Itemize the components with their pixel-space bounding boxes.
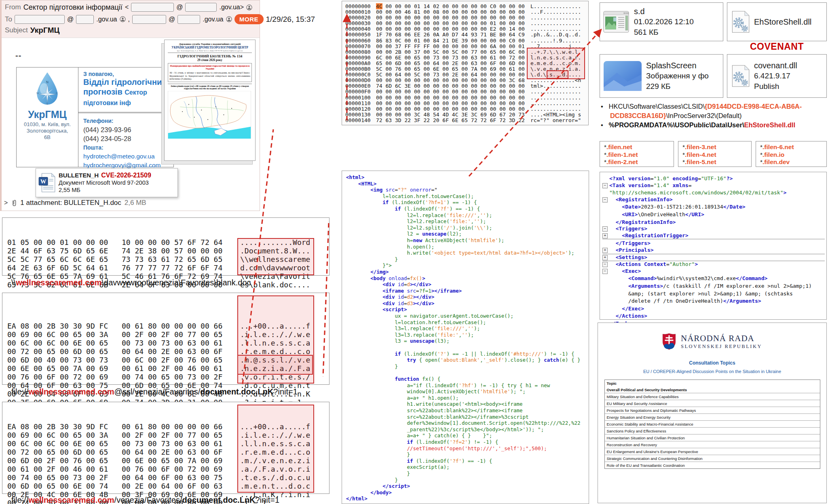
phone-2: (044) 234-05-28 [83,134,169,143]
preview-paragraph: 30 - 31 січня, у зв'язку з хуртовиною та… [169,71,250,80]
contact-person-icon [226,16,232,22]
file-card-splashscreen-text: SplashScreenЗображення у фо229 КБ [646,60,709,92]
file-url-caption-ssl: file://wellnesscaremed.com@ssl/venezia/F… [11,387,298,396]
email-from-row: From Сектор підготовки інформації < @ .g… [5,3,252,12]
contact-person-icon [120,16,126,22]
ukraine-map [168,91,251,139]
preview-title: ГІДРОЛОГІЧНИЙ БЮЛЕТЕНЬ № 134 [168,54,252,58]
lnk-url-hex-block[interactable]: EA 08 00 2B 30 30 9D FC00 61 80 00 00 00… [2,402,330,494]
attachment-bar-text[interactable]: 1 attachment: BULLETEN_H.doc [20,199,121,207]
file-card-sd-text: s.d01.02.2026 12:10561 КБ [634,6,694,38]
doc-title-line1: NÁRODNÁ RADA [681,333,762,344]
phones-label: Телефони: [83,116,169,125]
email-link-1[interactable]: hydrotech@meteo.gov.ua [83,152,169,161]
expand-chevron-icon[interactable]: > [4,199,8,207]
decoded-html-code-panel[interactable]: <html> <HTML> <img src="?" onerror=" l=l… [342,171,589,504]
attachment-name: BULLETEN_H [59,172,99,179]
attachment-size: 2,55 МБ [59,186,151,194]
signature-logo-cell: N W E S УкрГМЦ 01030, м. Київ, вул.Золот… [17,67,78,167]
covenant-label: COVENANT [727,41,827,52]
email-to-row: To @ .gov.ua , @ .gov.ua MORE 1/29/26, 1… [5,14,315,24]
file-card-sd[interactable]: s.d01.02.2026 12:10561 КБ [600,2,723,41]
contact-person-icon [246,4,252,11]
org-address: 01030, м. Київ, вул.Золотоворітська,6В [24,121,71,141]
document-header: NÁRODNÁ RADA SLOVENSKEJ REPUBLIKY [598,333,826,350]
file-card-splashscreen[interactable]: SplashScreenЗображення у фо229 КБ [600,54,723,98]
signature-contact-box: Телефони: (044) 239-93-96 (044) 234-05-2… [78,113,173,172]
more-recipients-button[interactable]: MORE [234,14,264,24]
email-subject-row: Subject УкрГМЦ [5,26,59,35]
greeting: З повагою, [83,71,169,77]
doc-title-line2: SLOVENSKEJ REPUBLIKY [681,344,762,350]
splash-image-icon [603,61,642,91]
from-name: Сектор підготовки інформації [23,3,123,12]
file-card-ehstoreshell-text: EhStoreShell.dll [754,17,811,27]
persistence-ioc-list: • HKCU\Software\Classes\CLSID\{D9144DCD-… [601,102,827,130]
svg-text:W: W [36,92,39,95]
preview-warning-box: Попередження про найнебезпечніші гідроло… [168,63,252,82]
redacted-to-user-2 [132,15,166,24]
attachment-tooltip: W BULLETEN_HCVE-2026-21509 Документ Micr… [36,168,178,197]
water-drop-logo: N W E S [34,72,61,107]
dll-gears-icon [731,65,750,87]
from-label: From [5,3,21,11]
file-card-covenant-dll[interactable]: covenant.dll6.421.9.17Publish [727,54,827,98]
file-card-ehstoreshell[interactable]: EhStoreShell.dll [727,2,827,41]
unc-path-caption: \\wellnesscaremed.com\davwwwroot\venezia… [11,278,251,287]
redacted-to-user-1 [15,15,65,24]
oleobject-hex-block[interactable]: 01 05 00 00 01 00 00 0010 00 00 00 57 6F… [2,217,330,276]
preview-map-caption: Зміна рівнів води (см) з 08 години 28 сі… [168,84,252,90]
at-sign: @ [169,16,175,23]
at-sign: @ [67,16,74,23]
attachment-bar-size: 2,6 MB [125,199,146,207]
filen-domains-box-3: *.filen-6.net*.filen.io*.filen.dev [756,141,827,167]
preview-date: 29 січня 2026 року [168,58,252,62]
preview-agency-line: Державна служба України з надзвичайних с… [168,42,252,45]
attachment-type: Документ Microsoft Word 97-2003 [59,179,151,186]
bulletin-preview-page[interactable]: Державна служба України з надзвичайних с… [164,40,256,161]
cve-badge: CVE-2026-21509 [101,172,151,179]
redacted-to-domain-1 [76,15,94,24]
lnk-url-hex-block-ssl[interactable]: EA 08 00 2B 30 30 9D FC00 61 80 00 00 00… [2,293,330,385]
doc-subtitle-2: EU / COREPER-Aligned Discussion Points o… [598,369,826,374]
redacted-from-domain [185,3,217,12]
preview-address-line: вул. Золотоворітська, 6, м. Київ-34 тел.… [168,50,252,53]
department-line1: Відділ гідрологічних [83,77,169,87]
redacted-to-domain-2 [177,15,200,24]
scheduled-task-xml-panel[interactable]: <?xml version="1.0" encoding="UTF-16"?>−… [600,172,827,320]
signature-card: N W E S УкрГМЦ 01030, м. Київ, вул.Золот… [16,67,174,167]
decoy-document-preview[interactable]: NÁRODNÁ RADA SLOVENSKEJ REPUBLIKY Consul… [598,323,827,503]
department-line2: прогнозів Сектор підготовки інф [83,87,169,108]
at-sign: @ [176,4,183,11]
org-name: УкрГМЦ [28,109,67,120]
slovak-emblem-icon [662,333,676,350]
preview-center-name: УКРАЇНСЬКИЙ ГІДРОМЕТЕОРОЛОГІЧНИЙ ЦЕНТР [168,46,252,49]
dll-gears-icon [731,11,750,33]
lnk-hex-dump[interactable]: 000000004C 00 00 00 01 14 02 00 00 00 00… [342,1,589,125]
svg-text:W: W [40,178,46,185]
svg-text:N: N [46,80,49,84]
file-url-caption: file://wellnesscaremed.com/venezia/Favor… [11,496,279,504]
to-domain-suffix-2: .gov.ua [203,16,223,23]
mail-label: Пошта: [83,143,169,152]
preview-warning: Попередження про найнебезпечніші гідроло… [169,64,250,70]
word-document-icon: W [38,173,55,192]
filen-domains-box-2: *.filen-3.net*.filen-4.net*.filen-5.net [678,141,752,167]
redacted-from-user [131,3,174,12]
email-date: 1/29/26, 15:37 [266,15,315,24]
topics-table: Topic Overall Political and Security Dev… [604,380,820,469]
to-label: To [5,15,12,23]
image-viewer-icon [603,10,630,34]
file-card-covenant-text: covenant.dll6.421.9.17Publish [754,60,797,92]
phone-1: (044) 239-93-96 [83,125,169,134]
email-header: From Сектор підготовки інформації < @ .g… [2,0,260,38]
angle-open: < [125,4,129,11]
from-domain-suffix: .gov.ua> [219,4,244,11]
doc-subtitle-1: Consultation Topics [598,360,826,366]
filen-domains-box-1: *.filen.net*.filen-1.net*.filen-2.net [600,141,674,167]
to-domain-suffix-1: .gov.ua [96,16,117,23]
topics-table-header: Topic [605,380,820,386]
attachment-bar[interactable]: > 1 attachment: BULLETEN_H.doc 2,6 MB [4,199,146,207]
signature-greeting-box: З повагою, Відділ гідрологічних прогнозі… [78,67,173,113]
signature-text-cell: З повагою, Відділ гідрологічних прогнозі… [78,67,173,167]
